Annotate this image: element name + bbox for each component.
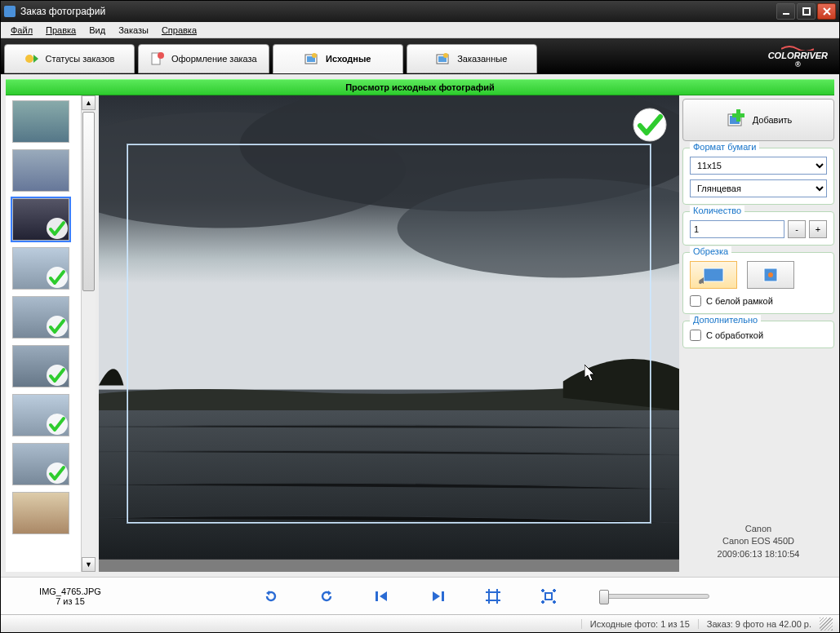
last-button[interactable] xyxy=(429,587,447,605)
svg-point-7 xyxy=(312,53,317,58)
crop-icon xyxy=(699,266,728,284)
svg-point-4 xyxy=(158,52,164,59)
close-icon xyxy=(823,7,831,15)
extra-legend: Дополнительно xyxy=(690,315,761,325)
thumbnail[interactable] xyxy=(12,296,69,339)
maximize-button[interactable] xyxy=(797,3,816,20)
statusbar: Исходные фото: 1 из 15 Заказ: 9 фото на … xyxy=(1,614,839,632)
thumbnail[interactable] xyxy=(12,394,69,436)
menu-orders[interactable]: Заказы xyxy=(113,24,153,37)
paper-size-select[interactable]: 11x15 xyxy=(690,157,827,175)
actual-size-button[interactable] xyxy=(540,587,558,605)
fit-icon xyxy=(756,266,785,284)
check-icon xyxy=(46,413,69,436)
thumbnail[interactable] xyxy=(12,247,69,290)
meta-datetime: 2009:06:13 18:10:54 xyxy=(682,548,834,560)
preview-area[interactable] xyxy=(99,95,679,572)
tab-label: Статусы заказов xyxy=(46,54,115,64)
svg-rect-27 xyxy=(704,268,723,281)
check-icon xyxy=(46,315,69,338)
tab-label: Оформление заказа xyxy=(171,54,257,64)
window-title: Заказ фотографий xyxy=(20,6,776,17)
check-icon xyxy=(46,364,69,387)
minimize-button[interactable] xyxy=(776,3,795,20)
tab-source[interactable]: Исходные xyxy=(273,44,403,73)
crop-group: Обрезка С белой рамкой xyxy=(682,252,834,314)
scroll-track[interactable] xyxy=(82,110,96,557)
page-header: Просмотр исходных фотографий xyxy=(6,79,834,95)
qty-plus-button[interactable]: + xyxy=(809,220,827,238)
processing-checkbox[interactable] xyxy=(690,330,701,341)
thumbnail[interactable] xyxy=(12,492,69,534)
scroll-thumb[interactable] xyxy=(82,112,95,291)
tab-ordered[interactable]: Заказанные xyxy=(407,44,537,73)
add-button-label: Добавить xyxy=(753,115,793,125)
fit-screen-icon xyxy=(486,589,500,604)
thumbnail[interactable] xyxy=(12,100,69,143)
app-icon xyxy=(4,6,16,17)
crop-mode-crop-button[interactable] xyxy=(690,261,737,289)
svg-rect-31 xyxy=(376,591,378,601)
svg-rect-1 xyxy=(803,8,810,15)
titlebar: Заказ фотографий xyxy=(1,1,839,22)
svg-rect-33 xyxy=(489,592,497,600)
photos-icon xyxy=(304,52,319,65)
thumbnail-scrollbar[interactable]: ▲ ▼ xyxy=(81,95,96,572)
actual-size-icon xyxy=(541,589,556,604)
crop-legend: Обрезка xyxy=(690,246,731,256)
first-button[interactable] xyxy=(373,587,391,605)
svg-rect-32 xyxy=(442,591,444,601)
menu-help[interactable]: Справка xyxy=(157,24,202,37)
check-icon xyxy=(46,462,69,485)
first-icon xyxy=(376,591,389,602)
thumbnail[interactable] xyxy=(12,198,69,241)
current-filename: IMG_4765.JPG xyxy=(17,587,123,596)
brand-wave-icon xyxy=(781,44,814,51)
close-button[interactable] xyxy=(817,3,836,20)
zoom-slider[interactable] xyxy=(603,594,709,599)
rotate-ccw-button[interactable] xyxy=(262,587,280,605)
scroll-up-button[interactable]: ▲ xyxy=(82,95,96,110)
resize-grip[interactable] xyxy=(820,618,833,631)
last-icon xyxy=(431,591,444,602)
thumbnail[interactable] xyxy=(12,345,69,387)
check-icon xyxy=(46,217,69,240)
menu-edit[interactable]: Правка xyxy=(41,24,81,37)
menu-file[interactable]: Файл xyxy=(6,24,38,37)
quantity-input[interactable] xyxy=(690,220,784,238)
tab-order-form[interactable]: Оформление заказа xyxy=(138,44,269,73)
white-border-checkbox[interactable] xyxy=(690,295,701,307)
paper-legend: Формат бумаги xyxy=(690,142,759,152)
svg-point-30 xyxy=(768,272,773,277)
photo-metadata: Canon Canon EOS 450D 2009:06:13 18:10:54 xyxy=(682,523,834,569)
selected-check-icon xyxy=(632,107,668,143)
svg-point-28 xyxy=(699,281,702,284)
svg-point-2 xyxy=(25,55,33,63)
zoom-slider-knob[interactable] xyxy=(599,590,609,604)
status-source-count: Исходные фото: 1 из 15 xyxy=(581,619,698,629)
svg-rect-0 xyxy=(783,13,789,15)
ordered-icon xyxy=(436,52,451,65)
tab-label: Исходные xyxy=(326,54,371,64)
brand-logo: COLORRIVER® xyxy=(768,44,836,69)
scroll-down-button[interactable]: ▼ xyxy=(82,557,96,572)
minimize-icon xyxy=(782,7,790,15)
crop-frame[interactable] xyxy=(127,144,651,523)
crop-mode-fit-button[interactable] xyxy=(747,261,794,289)
check-icon xyxy=(46,266,69,289)
status-order-summary: Заказ: 9 фото на 42.00 р. xyxy=(698,619,820,629)
paper-finish-select[interactable]: Глянцевая xyxy=(690,179,827,197)
rotate-cw-button[interactable] xyxy=(318,587,336,605)
meta-model: Canon EOS 450D xyxy=(682,535,834,547)
qty-minus-button[interactable]: - xyxy=(788,220,806,238)
tab-order-status[interactable]: Статусы заказов xyxy=(4,44,135,73)
fit-screen-button[interactable] xyxy=(484,587,502,605)
thumbnail[interactable] xyxy=(12,443,69,485)
svg-point-10 xyxy=(443,53,448,58)
menu-view[interactable]: Вид xyxy=(84,24,110,37)
thumbnail[interactable] xyxy=(12,149,69,192)
quantity-group: Количество - + xyxy=(682,211,834,246)
processing-label: С обработкой xyxy=(706,330,763,340)
svg-rect-34 xyxy=(545,593,552,600)
add-button[interactable]: Добавить xyxy=(682,99,834,141)
